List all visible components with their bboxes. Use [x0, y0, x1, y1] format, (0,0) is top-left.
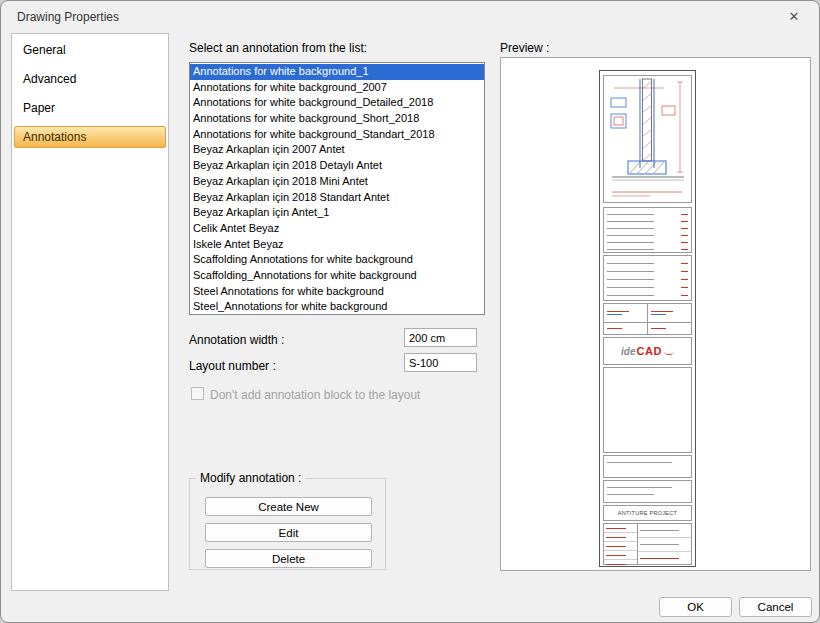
logo-ide-text: ide [621, 346, 635, 357]
sidebar: GeneralAdvancedPaperAnnotations [11, 33, 169, 591]
decor-line [604, 246, 691, 253]
annotation-list-item[interactable]: Beyaz Arkaplan için 2018 Mini Antet [190, 174, 484, 190]
preview-table-3 [603, 303, 692, 335]
layout-number-input[interactable] [404, 353, 477, 372]
decor-line [604, 225, 691, 232]
decor-line [604, 283, 691, 291]
modify-annotation-group-label: Modify annotation : [196, 471, 305, 485]
project-title-text: ANTITURE PROJECT [618, 510, 678, 516]
annotation-listbox[interactable]: Annotations for white background_1Annota… [189, 62, 485, 315]
decor-line [604, 291, 691, 299]
annotation-list-label: Select an annotation from the list: [189, 41, 367, 55]
annotation-list-item[interactable]: Annotations for white background_1 [190, 64, 484, 80]
logo-cad-text: CAD [637, 345, 662, 357]
dont-add-annotation-checkbox [191, 387, 204, 400]
ok-button[interactable]: OK [659, 597, 732, 617]
annotation-list-item[interactable]: Beyaz Arkaplan için 2007 Antet [190, 142, 484, 158]
preview-small-box-2 [603, 480, 692, 503]
preview-small-box-1 [603, 455, 692, 478]
annotation-list-item[interactable]: Beyaz Arkaplan için Antet_1 [190, 205, 484, 221]
idecad-logo: ideCAD [603, 337, 692, 365]
decor-line [604, 211, 691, 218]
logo-swoosh [664, 348, 674, 355]
decor-line [604, 459, 691, 466]
delete-button[interactable]: Delete [205, 549, 372, 568]
sidebar-item[interactable]: Annotations [14, 126, 166, 148]
preview-table-2 [603, 255, 692, 301]
decor-line [604, 259, 691, 267]
close-icon[interactable]: ✕ [779, 6, 809, 28]
sidebar-item[interactable]: Paper [14, 97, 166, 119]
preview-table-1 [603, 207, 692, 253]
preview-empty-box [603, 367, 692, 453]
annotation-list-item[interactable]: Scaffolding Annotations for white backgr… [190, 252, 484, 268]
decor-line [604, 304, 691, 323]
decor-line [604, 239, 691, 246]
preview-label: Preview : [500, 41, 549, 55]
annotation-width-label: Annotation width : [189, 333, 284, 347]
sidebar-item[interactable]: Advanced [14, 68, 166, 90]
annotation-list-item[interactable]: Steel_Annotations for white background [190, 299, 484, 315]
decor-line [604, 232, 691, 239]
decor-line [604, 275, 691, 283]
annotation-list-item[interactable]: Annotations for white background_Detaile… [190, 95, 484, 111]
preview-drawing-box [603, 75, 692, 203]
sidebar-item[interactable]: General [14, 39, 166, 61]
annotation-list-item[interactable]: Scaffolding_Annotations for white backgr… [190, 268, 484, 284]
column-detail-drawing [604, 76, 691, 202]
decor-line [638, 524, 691, 564]
annotation-width-input[interactable] [404, 328, 477, 347]
titlebar: Drawing Properties ✕ [1, 1, 819, 31]
decor-line [604, 484, 691, 491]
decor-line [604, 524, 638, 564]
annotation-list-item[interactable]: Annotations for white background_Short_2… [190, 111, 484, 127]
annotation-list-items: Annotations for white background_1Annota… [190, 64, 484, 315]
modify-annotation-group: Modify annotation : Create New Edit Dele… [189, 478, 386, 570]
layout-number-label: Layout number : [189, 359, 276, 373]
dont-add-annotation-label: Don't add annotation block to the layout [210, 388, 420, 402]
decor-line [604, 267, 691, 275]
edit-button[interactable]: Edit [205, 523, 372, 542]
window-title: Drawing Properties [17, 10, 119, 24]
create-new-button[interactable]: Create New [205, 497, 372, 516]
drawing-properties-dialog: Drawing Properties ✕ GeneralAdvancedPape… [0, 0, 820, 623]
annotation-list-item[interactable]: Beyaz Arkaplan için 2018 Standart Antet [190, 190, 484, 206]
sidebar-items: GeneralAdvancedPaperAnnotations [12, 39, 168, 148]
annotation-list-item[interactable]: Celik Antet Beyaz [190, 221, 484, 237]
annotation-list-item[interactable]: Iskele Antet Beyaz [190, 237, 484, 253]
decor-line [604, 218, 691, 225]
annotation-list-item[interactable]: Annotations for white background_Standar… [190, 127, 484, 143]
decor-line [604, 491, 691, 498]
cancel-button[interactable]: Cancel [739, 597, 812, 617]
annotation-list-item[interactable]: Steel Annotations for white background [190, 284, 484, 300]
annotation-list-item[interactable]: Annotations for white background_2007 [190, 80, 484, 96]
preview-title-block-grid [603, 523, 692, 565]
preview-panel: ideCAD ANTITURE PROJECT [500, 57, 811, 571]
annotation-list-item[interactable]: Beyaz Arkaplan için 2018 Detaylı Antet [190, 158, 484, 174]
decor-line [604, 323, 691, 334]
annotation-sheet-preview: ideCAD ANTITURE PROJECT [599, 70, 696, 567]
preview-project-box: ANTITURE PROJECT [603, 505, 692, 521]
